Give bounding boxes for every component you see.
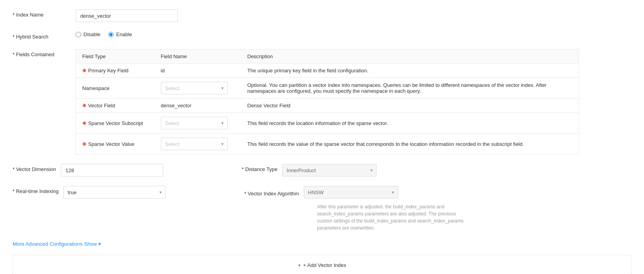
field-type-text: Sparse Vector Value — [88, 141, 135, 147]
realtime-indexing-select[interactable]: true false — [63, 186, 166, 199]
vector-index-algorithm-select-wrapper: HNSW IVF_PQ ▼ — [304, 186, 398, 199]
index-name-input[interactable] — [76, 9, 178, 22]
field-name-cell: Select ▼ — [155, 134, 241, 154]
hybrid-search-enable-label: Enable — [116, 31, 132, 37]
distance-type-select-wrapper: InnerProduct L2 ▼ — [282, 164, 376, 177]
field-type-text: Vector Field — [88, 103, 115, 108]
realtime-indexing-col: * Real-time Indexing true false ▼ — [13, 186, 166, 199]
hybrid-search-enable-radio[interactable] — [108, 32, 114, 37]
field-type-text: Primary Key Field — [88, 68, 129, 74]
index-name-label: * Index Name — [13, 9, 76, 18]
table-row: Namespace Select ▼ — [76, 78, 579, 99]
realtime-indexing-select-wrapper: true false ▼ — [63, 186, 166, 199]
field-type-cell: ✱ Sparse Vector Subscript — [82, 120, 148, 126]
description-cell: This field records the location informat… — [241, 113, 579, 134]
field-name-cell: Select ▼ — [155, 113, 241, 134]
field-name-cell: id — [155, 64, 241, 78]
hybrid-search-radio-group: Disable Enable — [76, 31, 132, 37]
vector-index-algorithm-col: * Vector Index Algorithm HNSW IVF_PQ ▼ A… — [244, 186, 467, 232]
required-star: ✱ — [82, 103, 87, 108]
sparse-subscript-select[interactable]: Select — [161, 117, 228, 129]
add-vector-index-label: + Add Vector Index — [303, 262, 347, 268]
required-star: ✱ — [82, 68, 87, 74]
hybrid-search-enable-option[interactable]: Enable — [108, 31, 132, 37]
distance-type-select[interactable]: InnerProduct L2 — [282, 164, 376, 177]
hybrid-search-control: Disable Enable — [76, 31, 631, 37]
table-row: ✱ Primary Key Field id The unique primar… — [76, 64, 579, 78]
field-type-text: Sparse Vector Subscript — [88, 120, 143, 126]
vector-dimension-input[interactable] — [61, 164, 163, 177]
table-row: ✱ Sparse Vector Value Select ▼ — [76, 134, 579, 154]
indexing-algorithm-row: * Real-time Indexing true false ▼ * Vect… — [13, 186, 631, 232]
field-name-cell: dense_vector — [155, 99, 241, 113]
vector-dimension-label: * Vector Dimension — [13, 164, 56, 172]
namespace-select[interactable]: Select — [161, 82, 228, 94]
required-star: ✱ — [82, 141, 87, 147]
col-header-field-type: Field Type — [76, 50, 155, 64]
field-name-cell: Select ▼ — [155, 78, 241, 99]
field-type-cell: ✱ Vector Field — [82, 103, 148, 108]
add-vector-index-button[interactable]: + + Add Vector Index — [20, 262, 624, 268]
fields-contained-label: * Fields Contained — [13, 49, 76, 57]
hybrid-search-label: * Hybrid Search — [13, 31, 76, 40]
hybrid-search-disable-option[interactable]: Disable — [76, 31, 100, 37]
field-type-cell: ✱ Sparse Vector Value — [82, 141, 148, 147]
col-header-description: Description — [241, 50, 579, 64]
index-name-control — [76, 9, 631, 22]
field-type-cell: Namespace — [82, 85, 148, 91]
field-type-text: Namespace — [82, 85, 109, 91]
chevron-down-icon: ▾ — [98, 241, 101, 247]
hybrid-search-disable-label: Disable — [83, 31, 100, 37]
algorithm-note: After this parameter is adjusted, the bu… — [317, 203, 467, 232]
distance-type-label: * Distance Type — [242, 164, 278, 172]
col-header-field-name: Field Name — [155, 50, 241, 64]
sparse-subscript-select-wrapper: Select ▼ — [161, 117, 228, 129]
description-cell: This field records the value of the spar… — [241, 134, 579, 154]
required-star: ✱ — [82, 120, 87, 126]
description-cell: The unique primary key field in the fiel… — [241, 64, 579, 78]
description-cell: Optional. You can partition a vector ind… — [241, 78, 579, 99]
fields-contained-control: Field Type Field Name Description ✱ Prim… — [76, 49, 631, 154]
fields-table: Field Type Field Name Description ✱ Prim… — [76, 49, 579, 154]
vector-index-algorithm-select[interactable]: HNSW IVF_PQ — [304, 186, 398, 199]
dimension-distance-row: * Vector Dimension * Distance Type Inner… — [13, 164, 631, 177]
description-cell: Dense Vector Field — [241, 99, 579, 113]
advanced-config-link[interactable]: More Advanced Configurations Show ▾ — [13, 241, 631, 247]
sparse-value-select-wrapper: Select ▼ — [161, 138, 228, 150]
realtime-indexing-label: * Real-time Indexing — [13, 186, 59, 194]
advanced-config-action: Show — [84, 241, 97, 247]
table-row: ✱ Sparse Vector Subscript Select ▼ — [76, 113, 579, 134]
namespace-select-wrapper: Select ▼ — [161, 82, 228, 94]
vector-dimension-col: * Vector Dimension — [13, 164, 163, 177]
table-row: ✱ Vector Field dense_vector Dense Vector… — [76, 99, 579, 113]
add-vector-index-section[interactable]: + + Add Vector Index — [13, 255, 631, 274]
sparse-value-select[interactable]: Select — [161, 138, 228, 150]
plus-icon: + — [298, 262, 301, 268]
advanced-config-label: More Advanced Configurations — [13, 241, 83, 247]
hybrid-search-disable-radio[interactable] — [76, 32, 81, 37]
field-type-cell: ✱ Primary Key Field — [82, 68, 148, 74]
distance-type-col: * Distance Type InnerProduct L2 ▼ — [242, 164, 377, 177]
vector-index-algorithm-label: * Vector Index Algorithm — [244, 188, 299, 197]
